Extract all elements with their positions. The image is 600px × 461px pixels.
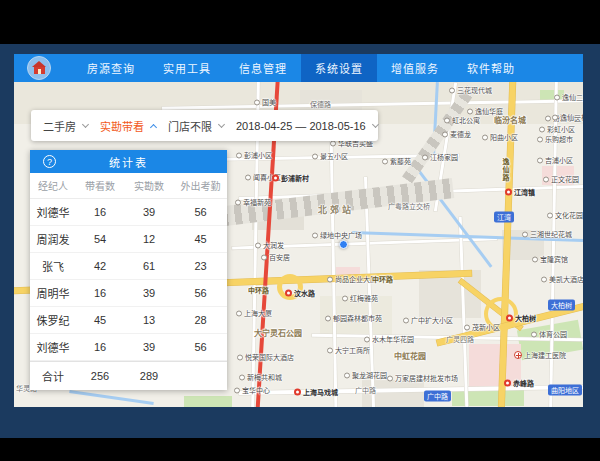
map-label-text: 文化花园 bbox=[555, 212, 583, 219]
map-label-text: 体育公园 bbox=[539, 331, 567, 338]
top-navbar: 房源查询实用工具信息管理系统设置增值服务软件帮助 bbox=[14, 54, 583, 82]
total-value: 289 bbox=[124, 370, 174, 382]
filter-dropdown-1[interactable]: 二手房 bbox=[37, 118, 94, 134]
map-label-text: 广中路 bbox=[427, 393, 448, 400]
map-label-text: 大宁工商所 bbox=[335, 347, 370, 354]
park-area bbox=[452, 390, 524, 406]
park-area bbox=[184, 396, 232, 407]
map-area-button[interactable]: 曲阳地区 bbox=[548, 385, 582, 396]
poi-icon bbox=[403, 317, 409, 323]
map-poi-label: 逸仙华庭 bbox=[467, 108, 503, 115]
table-cell: 45 bbox=[76, 314, 124, 326]
poi-icon bbox=[239, 374, 245, 380]
filter-dropdown-2[interactable]: 实勘带看 bbox=[94, 118, 162, 134]
map-label-text: 幸福新苑 bbox=[243, 199, 271, 206]
poi-icon bbox=[235, 199, 241, 205]
table-cell: 56 bbox=[174, 206, 227, 218]
table-cell: 13 bbox=[124, 314, 174, 326]
map-poi-label: 聚龙湖花园 bbox=[344, 372, 387, 379]
map-area-button[interactable]: 江湾 bbox=[494, 212, 514, 223]
map-label-text: 大润发 bbox=[263, 242, 284, 249]
poi-icon bbox=[255, 242, 261, 248]
filter-bar: 二手房实勘带看门店不限2018-04-25 — 2018-05-16 bbox=[31, 110, 378, 141]
poi-icon bbox=[539, 126, 545, 132]
nav-item-6[interactable]: 软件帮助 bbox=[453, 54, 529, 82]
map-poi-label: 虹北公寓 bbox=[444, 117, 480, 124]
table-cell: 侏罗纪 bbox=[30, 312, 76, 328]
table-row: 周明华163956 bbox=[30, 280, 227, 307]
map-label-text: 悦荣国际大酒店 bbox=[245, 354, 294, 361]
filter-dropdown-4[interactable]: 2018-04-25 — 2018-05-16 bbox=[230, 120, 384, 132]
map-label-text: 广灵四路 bbox=[446, 336, 474, 343]
map-label-text: 紫藤苑 bbox=[390, 158, 411, 165]
filter-label: 2018-04-25 — 2018-05-16 bbox=[236, 120, 366, 132]
map-poi-label: 吉浦小区 bbox=[537, 157, 573, 164]
nav-item-1[interactable]: 房源查询 bbox=[73, 54, 149, 82]
poi-icon bbox=[236, 152, 242, 158]
poi-icon bbox=[261, 254, 267, 260]
map-poi-label: 逸仙一村 bbox=[552, 114, 583, 121]
ring-road-label: 中环路 bbox=[372, 276, 393, 283]
map-poi-label: 新梅共和城 bbox=[239, 374, 282, 381]
map-label-text: 上海大厦 bbox=[244, 310, 272, 317]
poi-icon bbox=[254, 99, 260, 105]
map-label-text: 水木年华花园 bbox=[372, 336, 414, 343]
table-cell: 16 bbox=[76, 206, 124, 218]
table-row: 侏罗纪451328 bbox=[30, 307, 227, 334]
map-label-text: 绿地中央广场 bbox=[320, 232, 362, 239]
poi-icon bbox=[245, 174, 251, 180]
map-label-text: 上海建工医院 bbox=[524, 352, 566, 359]
road-label: 广灵四路 bbox=[446, 336, 474, 343]
map-area-button[interactable]: 广中路 bbox=[424, 391, 451, 402]
map-poi-label: 正文花园 bbox=[543, 176, 579, 183]
nav-item-4[interactable]: 系统设置 bbox=[301, 54, 377, 82]
help-icon[interactable]: ? bbox=[43, 155, 56, 168]
total-row: 合计 256 289 bbox=[30, 361, 227, 390]
road-label: 广中路 bbox=[355, 387, 376, 394]
map-poi-label: 国美 bbox=[254, 99, 276, 106]
map-label-text: 中环路 bbox=[248, 287, 269, 294]
table-row: 刘德华163956 bbox=[30, 334, 227, 361]
poi-icon bbox=[532, 256, 538, 262]
metro-station-label: 上海马戏城 bbox=[294, 389, 338, 396]
map-poi-label: 三花现代城 bbox=[449, 87, 492, 94]
filter-label: 二手房 bbox=[43, 118, 76, 134]
metro-icon bbox=[504, 380, 511, 387]
map-area-button[interactable]: 大柏树 bbox=[548, 300, 575, 311]
map-label-text: 聚龙湖花园 bbox=[352, 372, 387, 379]
map-label-text: 广中路 bbox=[355, 387, 376, 394]
stats-panel: ? 统计表 经纪人 带看数 实勘数 外出考勤 刘德华163956周润发54124… bbox=[30, 150, 227, 390]
map-label-text: 中虹花园 bbox=[394, 353, 426, 361]
filter-dropdown-3[interactable]: 门店不限 bbox=[162, 118, 230, 134]
map-label-text: 郁园森林都市苑 bbox=[333, 315, 382, 322]
map-poi-label: 茂新小区 bbox=[464, 324, 500, 331]
table-row: 周润发541245 bbox=[30, 226, 227, 253]
map-canvas[interactable]: 二手房实勘带看门店不限2018-04-25 — 2018-05-16 ? 统计表… bbox=[14, 82, 583, 407]
map-label-text: 新梅共和城 bbox=[247, 374, 282, 381]
poi-icon bbox=[382, 158, 388, 164]
map-label-text: 彭浦新村 bbox=[281, 175, 309, 182]
district-label: 中虹花园 bbox=[394, 353, 426, 361]
nav-item-3[interactable]: 信息管理 bbox=[225, 54, 301, 82]
nav-item-5[interactable]: 增值服务 bbox=[377, 54, 453, 82]
nav-item-2[interactable]: 实用工具 bbox=[149, 54, 225, 82]
map-label-text: 大柏树 bbox=[551, 302, 572, 309]
map-label-text: 美凯大酒店 bbox=[549, 276, 583, 283]
map-poi-label: 大宁工商所 bbox=[327, 347, 370, 354]
map-poi-label: 美凯大酒店 bbox=[541, 276, 583, 283]
poi-icon bbox=[312, 232, 318, 238]
poi-icon bbox=[312, 153, 318, 159]
app-screen: 房源查询实用工具信息管理系统设置增值服务软件帮助 bbox=[0, 0, 600, 461]
app-logo-icon bbox=[27, 56, 51, 80]
map-label-text: 江湾镇 bbox=[514, 189, 535, 196]
poi-icon bbox=[387, 375, 393, 381]
total-value: 256 bbox=[76, 370, 124, 382]
hospital-cross-icon bbox=[514, 351, 522, 359]
chevron-down-icon bbox=[372, 120, 379, 127]
river bbox=[69, 390, 154, 405]
metro-icon bbox=[505, 189, 512, 196]
metro-icon bbox=[272, 175, 279, 182]
map-poi-label: 宝隆宾馆 bbox=[532, 256, 568, 263]
poi-icon bbox=[444, 117, 450, 123]
table-cell: 张飞 bbox=[30, 258, 76, 274]
